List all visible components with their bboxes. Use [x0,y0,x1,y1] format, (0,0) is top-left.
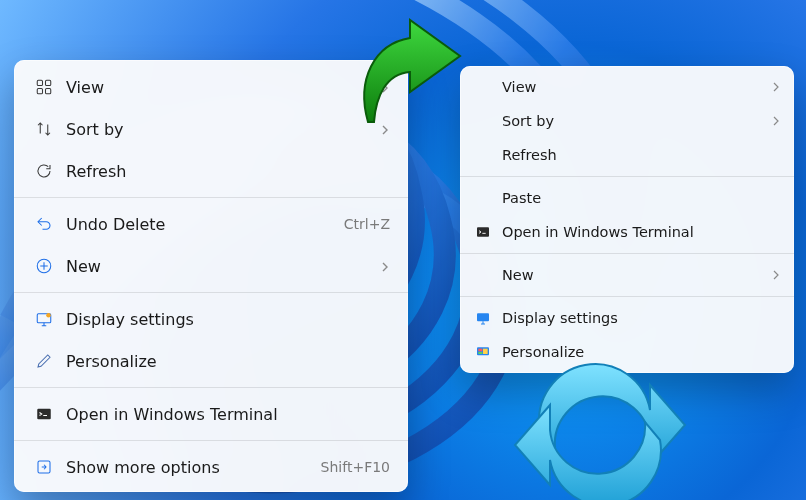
chevron-right-icon [772,267,780,283]
undo-icon [30,215,58,233]
svg-rect-0 [37,80,42,85]
sort-icon [30,120,58,138]
menu-separator [14,197,408,198]
menu-item-sort-by[interactable]: Sort by [460,104,794,138]
menu-item-view[interactable]: View [460,70,794,104]
display-settings-icon [30,310,58,328]
svg-rect-2 [37,89,42,94]
menu-item-label: Refresh [66,162,390,181]
menu-item-label: Display settings [66,310,390,329]
chevron-right-icon [772,113,780,129]
menu-item-accelerator: Shift+F10 [321,459,390,475]
svg-rect-7 [37,409,51,420]
menu-item-label: New [502,267,760,283]
plus-circle-icon [30,257,58,275]
monitor-icon [472,310,494,326]
svg-rect-1 [46,80,51,85]
menu-item-label: Personalize [502,344,780,360]
menu-item-personalize[interactable]: Personalize [460,335,794,369]
menu-item-paste[interactable]: Paste [460,181,794,215]
menu-item-undo-delete[interactable]: Undo Delete Ctrl+Z [14,203,408,245]
terminal-icon [472,224,494,240]
menu-separator [14,292,408,293]
terminal-icon [30,405,58,423]
chevron-right-icon [380,78,390,97]
menu-item-refresh[interactable]: Refresh [14,150,408,192]
context-menu-win11: View Sort by Refresh Undo Delete Ctrl+Z … [14,60,408,492]
svg-point-6 [46,313,51,318]
menu-separator [14,440,408,441]
menu-item-accelerator: Ctrl+Z [344,216,390,232]
context-menu-classic: View Sort by Refresh Paste Open in Windo… [460,66,794,373]
menu-separator [460,296,794,297]
menu-item-open-terminal[interactable]: Open in Windows Terminal [14,393,408,435]
expand-icon [30,458,58,476]
menu-separator [14,387,408,388]
svg-rect-14 [483,349,488,354]
menu-item-label: New [66,257,368,276]
menu-item-new[interactable]: New [460,258,794,292]
chevron-right-icon [380,257,390,276]
menu-item-display-settings[interactable]: Display settings [460,301,794,335]
menu-item-label: Open in Windows Terminal [66,405,390,424]
svg-rect-12 [478,349,482,352]
menu-item-view[interactable]: View [14,66,408,108]
menu-item-label: Sort by [502,113,760,129]
menu-item-label: View [66,78,368,97]
menu-item-open-terminal[interactable]: Open in Windows Terminal [460,215,794,249]
menu-item-refresh[interactable]: Refresh [460,138,794,172]
menu-separator [460,253,794,254]
svg-rect-3 [46,89,51,94]
svg-rect-13 [478,352,482,354]
menu-separator [460,176,794,177]
pencil-icon [30,352,58,370]
refresh-icon [30,162,58,180]
menu-item-personalize[interactable]: Personalize [14,340,408,382]
svg-rect-10 [477,313,489,321]
menu-item-label: Display settings [502,310,780,326]
chevron-right-icon [772,79,780,95]
menu-item-label: Personalize [66,352,390,371]
menu-item-sort-by[interactable]: Sort by [14,108,408,150]
menu-item-label: View [502,79,760,95]
svg-rect-9 [477,227,489,236]
menu-item-new[interactable]: New [14,245,408,287]
menu-item-label: Open in Windows Terminal [502,224,780,240]
menu-item-label: Undo Delete [66,215,332,234]
menu-item-label: Paste [502,190,780,206]
menu-item-display-settings[interactable]: Display settings [14,298,408,340]
menu-item-show-more-options[interactable]: Show more options Shift+F10 [14,446,408,488]
chevron-right-icon [380,120,390,139]
grid-icon [30,78,58,96]
menu-item-label: Show more options [66,458,309,477]
menu-item-label: Refresh [502,147,780,163]
personalize-icon [472,344,494,360]
menu-item-label: Sort by [66,120,368,139]
